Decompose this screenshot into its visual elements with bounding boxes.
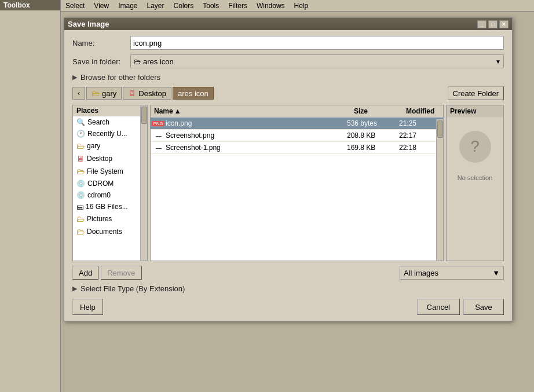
breadcrumb-ares-icon-label: ares icon (178, 89, 209, 98)
back-icon: ‹ (78, 89, 80, 97)
save-in-row: Save in folder: 🗁 ares icon ▼ (72, 54, 504, 68)
folder-icon: 🗁 (76, 214, 85, 224)
breadcrumb-ares-icon[interactable]: ares icon (173, 87, 214, 100)
places-item-cdrom[interactable]: 💿 CDROM (73, 178, 147, 189)
menu-select[interactable]: Select (61, 2, 89, 10)
breadcrumb-desktop[interactable]: 🖥 Desktop (123, 87, 171, 100)
close-button[interactable]: ✕ (499, 20, 509, 28)
column-modified[interactable]: Modified (403, 105, 443, 117)
nav-back-button[interactable]: ‹ (72, 87, 85, 100)
column-name[interactable]: Name ▲ (151, 105, 350, 117)
toolbox-title: Toolbox (0, 0, 60, 10)
scrollbar-thumb (437, 120, 443, 138)
file-icon: — (154, 143, 163, 152)
places-item-recent[interactable]: 🕐 Recently U... (73, 128, 147, 140)
files-scrollbar[interactable] (436, 119, 443, 261)
bottom-row: Add Remove All images ▼ (72, 266, 504, 280)
table-row[interactable]: — Screenshot-1.png 169.8 KB 22:18 (151, 142, 443, 154)
file-modified: 21:25 (399, 119, 440, 127)
places-drive-label: 16 GB Files... (86, 203, 128, 211)
file-name: icon.png (166, 119, 347, 127)
no-preview-icon: ? (459, 131, 491, 163)
places-item-search[interactable]: 🔍 Search (73, 116, 147, 128)
file-size: 169.8 KB (347, 144, 399, 152)
file-icon: PNG (154, 119, 163, 128)
help-button[interactable]: Help (72, 299, 103, 315)
files-panel: Name ▲ Size Modified PNG icon.png (150, 105, 444, 261)
folder-icon: 🗁 (76, 167, 85, 176)
places-item-drive[interactable]: 🖴 16 GB Files... (73, 201, 147, 213)
maximize-button[interactable]: □ (488, 20, 498, 28)
menu-bar: Select View Image Layer Colors Tools Fil… (61, 0, 534, 12)
name-label: Name: (72, 39, 130, 47)
chevron-down-icon: ▼ (492, 269, 500, 277)
select-filetype-row[interactable]: ▶ Select File Type (By Extension) (72, 284, 504, 293)
menu-filters[interactable]: Filters (224, 2, 252, 10)
places-item-filesystem[interactable]: 🗁 File System (73, 165, 147, 178)
save-in-label: Save in folder: (72, 57, 130, 66)
create-folder-button[interactable]: Create Folder (448, 86, 504, 100)
drive-icon: 🖴 (76, 203, 83, 211)
preview-no-selection: No selection (458, 174, 493, 181)
files-header: Name ▲ Size Modified (151, 105, 443, 118)
file-modified: 22:17 (399, 131, 440, 140)
places-filesystem-label: File System (87, 167, 123, 175)
browse-triangle-icon: ▶ (72, 74, 77, 81)
chevron-down-icon: ▼ (495, 58, 501, 65)
places-documents-label: Documents (87, 228, 122, 236)
menu-tools[interactable]: Tools (198, 2, 224, 10)
nav-bar: ‹ 🗁 gary 🖥 Desktop ares icon Create Fold… (72, 86, 504, 100)
places-search-label: Search (87, 118, 109, 126)
cancel-button[interactable]: Cancel (417, 299, 460, 315)
menu-windows[interactable]: Windows (252, 2, 290, 10)
dialog-titlebar: Save Image _ □ ✕ (64, 18, 512, 30)
scrollbar-thumb (141, 107, 147, 124)
save-button[interactable]: Save (463, 299, 504, 315)
recent-icon: 🕐 (76, 130, 85, 138)
menu-colors[interactable]: Colors (169, 2, 199, 10)
dialog-body: Name: Save in folder: 🗁 ares icon ▼ ▶ Br… (64, 30, 512, 321)
browse-row[interactable]: ▶ Browse for other folders (72, 73, 504, 82)
name-input[interactable] (130, 36, 504, 50)
name-row: Name: (72, 36, 504, 50)
places-header: Places (73, 105, 147, 116)
search-icon: 🔍 (76, 118, 85, 126)
sort-icon: ▲ (174, 107, 181, 115)
places-panel: Places 🔍 Search 🕐 Recently U... 🗁 gary (72, 105, 148, 261)
places-item-desktop[interactable]: 🖥 Desktop (73, 152, 147, 165)
preview-header: Preview (447, 105, 503, 118)
folder-dropdown[interactable]: 🗁 ares icon ▼ (130, 54, 504, 68)
menu-layer[interactable]: Layer (142, 2, 169, 10)
file-icon: — (154, 131, 163, 140)
menu-help[interactable]: Help (290, 2, 313, 10)
select-filetype-label: Select File Type (By Extension) (81, 284, 185, 293)
places-scrollbar[interactable] (140, 105, 147, 261)
places-cdrom0-label: cdrom0 (87, 191, 111, 199)
add-button[interactable]: Add (72, 266, 98, 280)
column-size[interactable]: Size (350, 105, 403, 117)
places-pictures-label: Pictures (87, 215, 112, 223)
minimize-button[interactable]: _ (477, 20, 487, 28)
file-type-value: All images (404, 269, 438, 277)
preview-icon: ? (458, 129, 492, 164)
table-row[interactable]: — Screenshot.png 208.8 KB 22:17 (151, 130, 443, 142)
places-item-pictures[interactable]: 🗁 Pictures (73, 213, 147, 225)
file-size: 208.8 KB (347, 131, 399, 140)
file-type-dropdown[interactable]: All images ▼ (400, 266, 504, 280)
action-buttons: Help Cancel Save (72, 299, 504, 315)
titlebar-buttons: _ □ ✕ (477, 20, 509, 28)
file-name: Screenshot-1.png (166, 144, 347, 152)
breadcrumb-gary[interactable]: 🗁 gary (86, 87, 122, 100)
file-browser: Places 🔍 Search 🕐 Recently U... 🗁 gary (72, 105, 504, 261)
select-filetype-triangle-icon: ▶ (72, 285, 77, 292)
menu-image[interactable]: Image (114, 2, 142, 10)
remove-button[interactable]: Remove (101, 266, 141, 280)
menu-view[interactable]: View (89, 2, 114, 10)
file-size: 536 bytes (347, 119, 399, 127)
browse-label: Browse for other folders (81, 73, 160, 82)
places-item-gary[interactable]: 🗁 gary (73, 140, 147, 152)
cdrom-icon: 💿 (76, 179, 85, 188)
table-row[interactable]: PNG icon.png 536 bytes 21:25 (151, 118, 443, 130)
places-item-cdrom0[interactable]: 💿 cdrom0 (73, 189, 147, 201)
places-item-documents[interactable]: 🗁 Documents (73, 225, 147, 238)
